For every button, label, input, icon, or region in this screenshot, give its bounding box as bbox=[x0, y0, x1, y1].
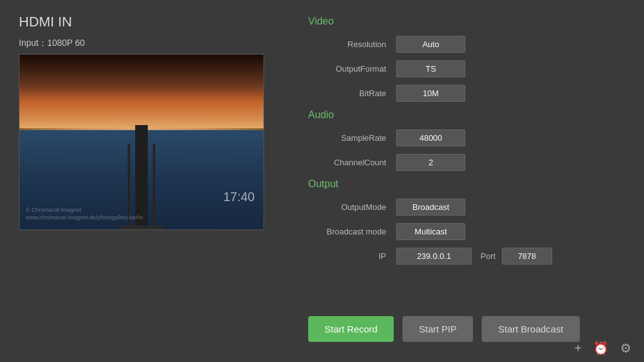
audio-section: Audio SampleRate ChannelCount bbox=[308, 109, 629, 171]
bitrate-label: BitRate bbox=[308, 89, 396, 98]
start-record-button[interactable]: Start Record bbox=[308, 316, 394, 342]
bitrate-row: BitRate bbox=[308, 85, 629, 102]
preview-watermark: © Chromacat Imagnet www.chromacat-imagne… bbox=[26, 206, 143, 222]
preview-sky bbox=[19, 55, 264, 133]
left-panel: Input：1080P 60 17:40 © Chromacat Imagnet… bbox=[19, 38, 296, 230]
ip-label: IP bbox=[308, 251, 396, 261]
output-section-title: Output bbox=[308, 178, 629, 190]
output-mode-input[interactable] bbox=[396, 199, 465, 216]
video-preview: 17:40 © Chromacat Imagnet www.chromacat-… bbox=[19, 54, 264, 230]
start-broadcast-button[interactable]: Start Broadcast bbox=[482, 316, 579, 342]
port-label: Port bbox=[480, 251, 496, 261]
output-format-label: OutputFormat bbox=[308, 64, 396, 74]
add-icon[interactable]: + bbox=[574, 341, 582, 356]
output-format-row: OutputFormat bbox=[308, 60, 629, 77]
bitrate-input[interactable] bbox=[396, 85, 465, 102]
broadcast-mode-input[interactable] bbox=[396, 223, 465, 240]
channel-count-label: ChannelCount bbox=[308, 158, 396, 167]
button-row: Start Record Start PIP Start Broadcast bbox=[308, 316, 580, 342]
resolution-label: Resolution bbox=[308, 40, 396, 49]
video-section: Video Resolution OutputFormat BitRate bbox=[308, 16, 629, 102]
channel-count-row: ChannelCount bbox=[308, 154, 629, 171]
output-format-input[interactable] bbox=[396, 60, 465, 77]
broadcast-mode-label: Broadcast mode bbox=[308, 227, 396, 236]
output-mode-label: OutputMode bbox=[308, 202, 396, 212]
ip-input[interactable] bbox=[396, 248, 472, 265]
output-mode-row: OutputMode bbox=[308, 199, 629, 216]
start-pip-button[interactable]: Start PIP bbox=[402, 316, 473, 342]
ip-row: IP Port bbox=[308, 248, 629, 265]
resolution-row: Resolution bbox=[308, 36, 629, 53]
broadcast-mode-row: Broadcast mode bbox=[308, 223, 629, 240]
channel-count-input[interactable] bbox=[396, 154, 465, 171]
sample-rate-row: SampleRate bbox=[308, 129, 629, 146]
port-input[interactable] bbox=[502, 248, 552, 265]
sample-rate-input[interactable] bbox=[396, 129, 465, 146]
video-section-title: Video bbox=[308, 16, 629, 27]
page-title: HDMI IN bbox=[19, 14, 72, 30]
settings-icon[interactable]: ⚙ bbox=[620, 341, 631, 356]
sample-rate-label: SampleRate bbox=[308, 133, 396, 143]
resolution-input[interactable] bbox=[396, 36, 465, 53]
output-section: Output OutputMode Broadcast mode IP Port bbox=[308, 178, 629, 265]
right-panel: Video Resolution OutputFormat BitRate Au… bbox=[308, 16, 629, 272]
audio-section-title: Audio bbox=[308, 109, 629, 121]
bottom-icons: + ⏰ ⚙ bbox=[574, 341, 631, 356]
input-label: Input：1080P 60 bbox=[19, 38, 296, 49]
preview-time: 17:40 bbox=[223, 190, 255, 204]
clock-icon[interactable]: ⏰ bbox=[593, 341, 609, 356]
